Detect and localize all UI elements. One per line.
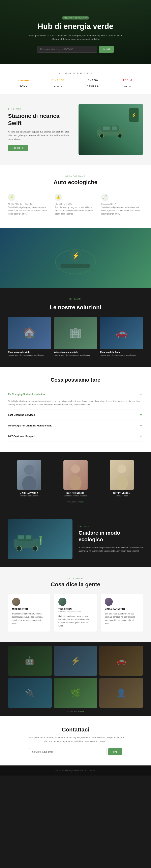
testimonials-label: TESTIMONIANZE bbox=[8, 577, 143, 579]
clients-heading: Alcuni dei nostri clienti bbox=[8, 72, 143, 74]
testimonial-name-2: TINA STERN bbox=[58, 608, 93, 610]
svg-text:⚡: ⚡ bbox=[72, 252, 80, 259]
client-logo-crolla: CROLLA bbox=[87, 85, 99, 88]
gallery-visual-5: 🌿 bbox=[54, 678, 97, 708]
solution-icon-3: 🚗 bbox=[100, 317, 143, 349]
who-label: CHI SIAMO bbox=[8, 108, 72, 110]
who-cta-button[interactable]: LEGGI DI PIÙ bbox=[8, 145, 28, 151]
gallery-visual-3: 🚗 bbox=[99, 646, 143, 676]
client-logo-asos: asos bbox=[124, 85, 131, 88]
solution-icon-1: 🏠 bbox=[8, 317, 51, 349]
gallery-item-6: 👤 bbox=[99, 678, 143, 708]
gallery-section: 🤖 ⚡ 🚗 🔌 🌿 👤 Immagine da Freepik bbox=[0, 642, 151, 716]
team-role-1: Direttore delle vendite bbox=[8, 495, 50, 497]
client-logo-amazon: amazon bbox=[18, 79, 29, 82]
footer: © 2024 Hub di Energia Verde. Tutti i dir… bbox=[0, 766, 151, 776]
solutions-title: Le nostre soluzioni bbox=[8, 304, 143, 311]
feature-desc-1: Stet clita kasd gubergren, no sea takima… bbox=[8, 206, 50, 216]
feature-label-3: SCALABILITÀ bbox=[101, 203, 143, 205]
svg-point-20 bbox=[33, 546, 38, 551]
hero-cta-button[interactable]: Iscriviti bbox=[99, 46, 114, 53]
svg-point-12 bbox=[22, 476, 36, 490]
team-grid: JACK ALVAREZ Direttore delle vendite NAT… bbox=[8, 460, 143, 497]
accordion-header-1[interactable]: EV Charging Station Installation ∧ bbox=[8, 389, 143, 400]
client-logo-evga: EV∧GA bbox=[88, 79, 98, 82]
solution-title-2: Addebito commerciale bbox=[54, 351, 97, 353]
contact-submit-button[interactable]: Invia bbox=[108, 748, 122, 755]
feature-item-2: 💰 RIDURRE I COSTI Stet clita kasd guberg… bbox=[55, 192, 96, 218]
gallery-item-5: 🌿 bbox=[54, 678, 97, 708]
team-image-source[interactable]: Freepik bbox=[78, 501, 84, 503]
car-illustration bbox=[93, 121, 129, 137]
team-avatar-svg-2 bbox=[63, 460, 88, 490]
charging-visual: ⚡ bbox=[0, 227, 151, 288]
gallery-item-2: ⚡ bbox=[54, 646, 97, 676]
team-card-1: JACK ALVAREZ Direttore delle vendite bbox=[8, 460, 50, 497]
svg-point-19 bbox=[17, 546, 22, 551]
solution-desc-1: Sample text. Click to select the Text El… bbox=[8, 354, 51, 357]
feature-label-2: RIDURRE I COSTI bbox=[55, 203, 96, 205]
svg-rect-9 bbox=[61, 264, 90, 268]
accordion-title-2: Fast Charging Services bbox=[8, 413, 35, 416]
testimonial-card-3: MARIA GARNETTO Stet clita kasd gubergren… bbox=[101, 594, 143, 631]
testimonial-text-3: Stet clita kasd gubergren, no sea takima… bbox=[105, 612, 139, 625]
phone-input[interactable] bbox=[37, 46, 97, 53]
testimonial-card-1: MIKE NORTON Stet clita kasd gubergren, n… bbox=[8, 594, 50, 631]
hero-title: Hub di energia verde bbox=[27, 22, 124, 31]
feature-desc-2: Stet clita kasd gubergren, no sea takima… bbox=[55, 206, 96, 216]
accordion-header-3[interactable]: Mobile App for Charging Management ∨ bbox=[8, 421, 143, 431]
team-photo-3 bbox=[110, 460, 134, 490]
team-role-2: Contabile–revenue contabile bbox=[54, 495, 97, 497]
team-card-2: NAT REYNOLDS Contabile–revenue contabile bbox=[54, 460, 97, 497]
gallery-visual-1: 🤖 bbox=[8, 646, 52, 676]
accordion-title-3: Mobile App for Charging Management bbox=[8, 424, 52, 427]
testimonials-grid: MIKE NORTON Stet clita kasd gubergren, n… bbox=[8, 594, 143, 631]
team-card-3: BETTY NILSON Contabile capo bbox=[101, 460, 143, 497]
contact-email-input[interactable] bbox=[29, 748, 107, 755]
guide-content: CHI SIAMO Guidare in modo ecologico At v… bbox=[79, 526, 143, 553]
clients-section: Alcuni dei nostri clienti amazon BINANCE… bbox=[0, 64, 151, 94]
accordion-title-4: 24/7 Customer Support bbox=[8, 435, 35, 438]
who-title: Stazione di ricarica Swift bbox=[8, 113, 72, 127]
gallery-visual-2: ⚡ bbox=[54, 646, 97, 676]
gallery-item-4: 🔌 bbox=[8, 678, 52, 708]
svg-point-11 bbox=[24, 465, 34, 475]
client-logo-crocs: crocs bbox=[54, 85, 62, 88]
gallery-item-3: 🚗 bbox=[99, 646, 143, 676]
accordion-item-4: 24/7 Customer Support ∨ bbox=[8, 431, 143, 442]
solution-card-2: 🏢 Addebito commerciale Sample text. Clic… bbox=[54, 317, 97, 357]
gallery-image-source[interactable]: Freepik bbox=[78, 710, 84, 712]
feature-icon-1: ⚡ bbox=[8, 194, 15, 201]
cando-title: Cosa possiamo fare bbox=[8, 377, 143, 383]
who-section: CHI SIAMO Stazione di ricarica Swift At … bbox=[0, 94, 151, 165]
accordion-item-1: EV Charging Station Installation ∧ Stet … bbox=[8, 389, 143, 410]
solutions-section: CHI SIAMO Le nostre soluzioni 🏠 Ricarica… bbox=[0, 288, 151, 367]
feature-item-3: 📈 SCALABILITÀ Stet clita kasd gubergren,… bbox=[101, 192, 143, 218]
svg-rect-10 bbox=[57, 269, 94, 271]
solution-card-3: 🚗 Ricarica della flotta Sample text. Cli… bbox=[100, 317, 143, 357]
solution-title-1: Ricarica residenziale bbox=[8, 351, 51, 353]
svg-rect-23 bbox=[40, 537, 41, 545]
accordion-icon-3: ∨ bbox=[139, 424, 143, 428]
team-name-2: NAT REYNOLDS bbox=[54, 492, 97, 494]
team-avatar-svg-3 bbox=[110, 460, 134, 490]
gallery-item-1: 🤖 bbox=[8, 646, 52, 676]
charging-svg: ⚡ bbox=[45, 238, 106, 278]
solution-desc-3: Sample text. Click to select the Text El… bbox=[100, 354, 143, 357]
feature-item-1: ⚡ MITIGARE IL RISCHIO Stet clita kasd gu… bbox=[8, 192, 50, 218]
accordion-item-3: Mobile App for Charging Management ∨ bbox=[8, 421, 143, 431]
accordion-header-2[interactable]: Fast Charging Services ∨ bbox=[8, 410, 143, 420]
feature-icon-2: 💰 bbox=[55, 194, 62, 201]
svg-rect-22 bbox=[26, 535, 31, 539]
solution-desc-2: Sample text. Click to select the Text El… bbox=[54, 354, 97, 357]
gallery-image-label: Immagine da Freepik bbox=[8, 710, 143, 712]
hero-section: RICARICA INNOVATIVA Hub di energia verde… bbox=[0, 0, 151, 64]
team-photo-2 bbox=[63, 460, 88, 490]
accordion-header-4[interactable]: 24/7 Customer Support ∨ bbox=[8, 431, 143, 441]
contact-form: Invia bbox=[29, 748, 122, 755]
svg-point-15 bbox=[117, 464, 126, 473]
gallery-visual-6: 👤 bbox=[99, 678, 143, 708]
charging-icon: ⚡ bbox=[129, 108, 139, 122]
contact-section: Contattaci Lorem ipsum dolor sit amet, c… bbox=[0, 716, 151, 765]
team-avatar-svg-1 bbox=[17, 460, 41, 490]
